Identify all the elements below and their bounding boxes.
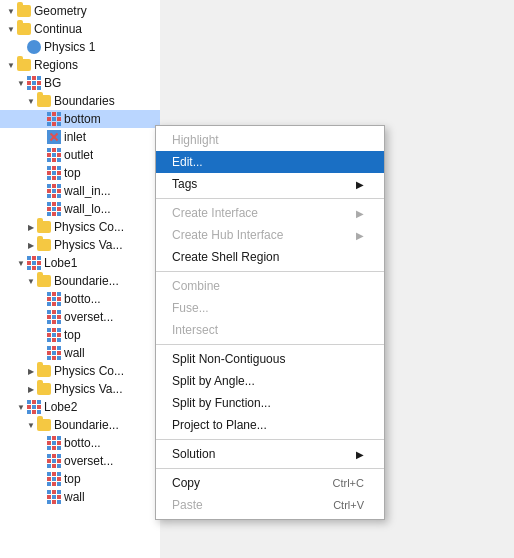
tree-item-geometry[interactable]: Geometry [0,2,160,20]
tree-item-lobe1[interactable]: Lobe1 [0,254,160,272]
tree-item-boundaries-lobe2[interactable]: Boundarie... [0,416,160,434]
label-wall-lobe1: wall [64,346,85,360]
menu-label-highlight: Highlight [172,133,219,147]
tree-item-outlet[interactable]: outlet [0,146,160,164]
label-physics1: Physics 1 [44,40,95,54]
tree-item-physics-co-bg[interactable]: Physics Co... [0,218,160,236]
arrow-physics-va-bg[interactable] [26,236,36,254]
menu-item-tags[interactable]: Tags▶ [156,173,384,195]
boundary-icon [46,201,62,217]
label-wall-lobe2: wall [64,490,85,504]
folder-icon [36,237,52,253]
boundary-icon [46,183,62,199]
menu-item-copy[interactable]: CopyCtrl+C [156,472,384,494]
label-wall-lo: wall_lo... [64,202,111,216]
tree-item-wall-in[interactable]: wall_in... [0,182,160,200]
folder-icon [16,3,32,19]
separator-sep2 [156,271,384,272]
menu-item-split-function[interactable]: Split by Function... [156,392,384,414]
folder-icon [16,57,32,73]
label-regions: Regions [34,58,78,72]
tree-panel: GeometryContinuaPhysics 1RegionsBGBounda… [0,0,160,558]
menu-label-fuse: Fuse... [172,301,209,315]
tree-item-boundaries-bg[interactable]: Boundaries [0,92,160,110]
tree-item-top-lobe2[interactable]: top [0,470,160,488]
tree-item-physics-va-lobe1[interactable]: Physics Va... [0,380,160,398]
tree-item-inlet[interactable]: inlet [0,128,160,146]
tree-item-physics-co-lobe1[interactable]: Physics Co... [0,362,160,380]
tree-item-top-lobe1[interactable]: top [0,326,160,344]
tree-item-physics-va-bg[interactable]: Physics Va... [0,236,160,254]
menu-item-project-plane[interactable]: Project to Plane... [156,414,384,436]
arrow-regions[interactable] [6,56,16,74]
label-bottom-lobe1: botto... [64,292,101,306]
label-overset-lobe1: overset... [64,310,113,324]
menu-label-project-plane: Project to Plane... [172,418,267,432]
tree-item-wall-lobe2[interactable]: wall [0,488,160,506]
arrow-bg[interactable] [16,74,26,92]
label-geometry: Geometry [34,4,87,18]
arrow-lobe2[interactable] [16,398,26,416]
menu-item-edit[interactable]: Edit... [156,151,384,173]
separator-sep4 [156,439,384,440]
menu-label-edit: Edit... [172,155,203,169]
menu-label-copy: Copy [172,476,200,490]
tree-item-physics1[interactable]: Physics 1 [0,38,160,56]
tree-item-bottom-bg[interactable]: bottom [0,110,160,128]
arrow-continua[interactable] [6,20,16,38]
shortcut-paste: Ctrl+V [333,499,364,511]
arrow-boundaries-lobe1[interactable] [26,272,36,290]
submenu-arrow-tags: ▶ [356,179,364,190]
label-bottom-bg: bottom [64,112,101,126]
menu-item-paste: PasteCtrl+V [156,494,384,516]
menu-label-create-interface: Create Interface [172,206,258,220]
region-icon [26,399,42,415]
tree-item-wall-lo[interactable]: wall_lo... [0,200,160,218]
label-overset-lobe2: overset... [64,454,113,468]
label-lobe1: Lobe1 [44,256,77,270]
label-boundaries-lobe1: Boundarie... [54,274,119,288]
menu-item-combine: Combine [156,275,384,297]
folder-icon [36,219,52,235]
label-physics-va-lobe1: Physics Va... [54,382,122,396]
arrow-physics-co-lobe1[interactable] [26,362,36,380]
tree-item-overset-lobe1[interactable]: overset... [0,308,160,326]
label-physics-va-bg: Physics Va... [54,238,122,252]
tree-item-bg[interactable]: BG [0,74,160,92]
tree-item-boundaries-lobe1[interactable]: Boundarie... [0,272,160,290]
folder-icon [36,93,52,109]
tree-item-top-bg[interactable]: top [0,164,160,182]
arrow-lobe1[interactable] [16,254,26,272]
tree-item-regions[interactable]: Regions [0,56,160,74]
menu-item-create-interface: Create Interface▶ [156,202,384,224]
menu-label-split-function: Split by Function... [172,396,271,410]
menu-item-split-angle[interactable]: Split by Angle... [156,370,384,392]
boundary-icon [46,291,62,307]
arrow-boundaries-bg[interactable] [26,92,36,110]
tree-item-wall-lobe1[interactable]: wall [0,344,160,362]
inlet-icon [46,129,62,145]
menu-item-create-shell[interactable]: Create Shell Region [156,246,384,268]
submenu-arrow-create-interface: ▶ [356,208,364,219]
tree-item-lobe2[interactable]: Lobe2 [0,398,160,416]
arrow-physics-co-bg[interactable] [26,218,36,236]
region-icon [26,255,42,271]
tree-item-bottom-lobe1[interactable]: botto... [0,290,160,308]
label-physics-co-lobe1: Physics Co... [54,364,124,378]
menu-item-split-non-contiguous[interactable]: Split Non-Contiguous [156,348,384,370]
menu-item-create-hub: Create Hub Interface▶ [156,224,384,246]
submenu-arrow-solution: ▶ [356,449,364,460]
tree-item-continua[interactable]: Continua [0,20,160,38]
arrow-boundaries-lobe2[interactable] [26,416,36,434]
boundary-icon [46,165,62,181]
tree-item-overset-lobe2[interactable]: overset... [0,452,160,470]
tree-item-bottom-lobe2[interactable]: botto... [0,434,160,452]
folder-icon [36,273,52,289]
label-continua: Continua [34,22,82,36]
region-icon [26,75,42,91]
arrow-geometry[interactable] [6,2,16,20]
arrow-physics-va-lobe1[interactable] [26,380,36,398]
menu-item-solution[interactable]: Solution▶ [156,443,384,465]
physics-icon [26,39,42,55]
shortcut-copy: Ctrl+C [333,477,364,489]
